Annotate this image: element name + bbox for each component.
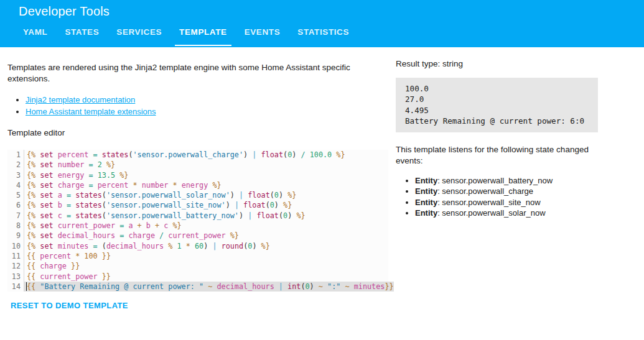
entity-label: Entity [415,198,437,207]
code-text: {{ current_power }} [24,272,388,282]
line-number: 4 [7,180,24,190]
entity-list-item: Entity: sensor.powerwall_solar_now [415,208,598,219]
code-line-14[interactable]: 14{{ "Battery Remaining @ current power:… [7,282,388,292]
documentation-links: Jinja2 template documentationHome Assist… [7,94,388,117]
entity-label: Entity [415,208,437,218]
code-line-3[interactable]: 3{% set energy = 13.5 %} [7,170,388,180]
code-text: {% set c = states('sensor.powerwall_batt… [24,211,388,221]
code-text: {% set minutes = (decimal_hours % 1 * 60… [24,241,388,251]
line-number: 10 [7,241,24,251]
code-line-13[interactable]: 13{{ current_power }} [7,272,388,282]
render-result-output: 100.0 27.0 4.495 Battery Remaining @ cur… [396,78,598,132]
text-cursor [26,282,27,291]
code-line-2[interactable]: 2{% set number = 2 %} [7,160,388,170]
entity-label: Entity [415,186,437,196]
app-header: Developer Tools YAMLSTATESSERVICESTEMPLA… [0,0,644,47]
code-line-11[interactable]: 11{{ percent * 100 }} [7,251,388,261]
line-number: 7 [7,211,24,221]
line-number: 3 [7,170,24,180]
entity-list-item: Entity: sensor.powerwall_battery_now [415,175,598,186]
code-line-4[interactable]: 4{% set charge = percent * number * ener… [7,180,388,190]
code-line-6[interactable]: 6{% set b = states('sensor.powerwall_sit… [7,200,388,210]
code-text: {{ percent * 100 }} [24,251,388,261]
entity-list-item: Entity: sensor.powerwall_charge [415,186,598,197]
result-type-label: Result type: string [396,55,598,68]
result-column: Result type: string 100.0 27.0 4.495 Bat… [396,55,598,311]
line-number: 5 [7,190,24,200]
line-number: 6 [7,200,24,210]
tab-events[interactable]: EVENTS [240,27,285,46]
line-number: 13 [7,272,24,282]
entity-list: Entity: sensor.powerwall_battery_nowEnti… [396,175,598,219]
intro-text: Templates are rendered using the Jinja2 … [7,62,388,85]
line-number: 9 [7,231,24,241]
code-text: {% set charge = percent * number * energ… [24,180,388,190]
code-text: {% set current_power = a + b + c %} [24,221,388,231]
line-number: 12 [7,261,24,271]
line-number: 2 [7,160,24,170]
code-text: {% set a = states('sensor.powerwall_sola… [24,190,388,200]
tab-states[interactable]: STATES [60,27,103,46]
doc-link-jinja2[interactable]: Jinja2 template documentation [26,95,135,104]
code-line-1[interactable]: 1{% set percent = states('sensor.powerwa… [7,150,388,160]
list-item: Home Assistant template extensions [26,106,388,117]
line-number: 8 [7,221,24,231]
line-number: 14 [7,282,24,292]
tab-statistics[interactable]: STATISTICS [293,27,353,46]
code-text: {% set percent = states('sensor.powerwal… [24,150,388,160]
line-number: 11 [7,251,24,261]
template-editor[interactable]: 1{% set percent = states('sensor.powerwa… [7,150,388,292]
code-text: {% set number = 2 %} [24,160,388,170]
code-text: {% set decimal_hours = charge / current_… [24,231,388,241]
page-title: Developer Tools [19,0,644,19]
code-text: {% set energy = 13.5 %} [24,170,388,180]
entity-label: Entity [415,176,437,185]
code-line-8[interactable]: 8{% set current_power = a + b + c %} [7,221,388,231]
line-number: 1 [7,150,24,160]
tab-template[interactable]: TEMPLATE [175,27,231,46]
tab-yaml[interactable]: YAML [19,27,52,46]
list-item: Jinja2 template documentation [26,94,388,106]
code-line-7[interactable]: 7{% set c = states('sensor.powerwall_bat… [7,211,388,221]
code-text: {% set b = states('sensor.powerwall_site… [24,200,388,210]
tab-services[interactable]: SERVICES [112,27,166,46]
code-line-10[interactable]: 10{% set minutes = (decimal_hours % 1 * … [7,241,388,251]
reset-to-demo-template-button[interactable]: RESET TO DEMO TEMPLATE [11,301,128,310]
template-editor-column: Templates are rendered using the Jinja2 … [7,55,388,311]
code-text: {{ charge }} [24,261,388,271]
code-line-12[interactable]: 12{{ charge }} [7,261,388,271]
code-line-9[interactable]: 9{% set decimal_hours = charge / current… [7,231,388,241]
main-content: Templates are rendered using the Jinja2 … [0,47,644,318]
tab-bar: YAMLSTATESSERVICESTEMPLATEEVENTSSTATISTI… [19,19,644,46]
code-text: {{ "Battery Remaining @ current power: "… [24,282,394,292]
entity-list-item: Entity: sensor.powerwall_site_now [415,197,598,208]
doc-link-ha-extensions[interactable]: Home Assistant template extensions [26,107,156,116]
code-line-5[interactable]: 5{% set a = states('sensor.powerwall_sol… [7,190,388,200]
template-editor-label: Template editor [7,128,388,137]
listens-label: This template listens for the following … [396,144,598,167]
